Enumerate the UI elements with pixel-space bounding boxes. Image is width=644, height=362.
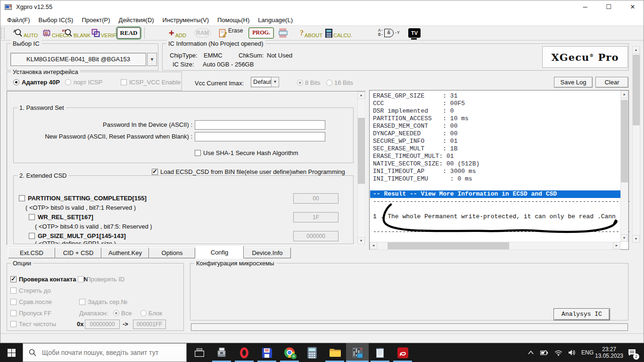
password-device-input[interactable]: [195, 120, 325, 130]
tray-battery-button[interactable]: [537, 343, 552, 362]
tab-config[interactable]: Config: [195, 246, 244, 259]
pin-check-checkbox[interactable]: [10, 276, 17, 282]
range-block-radio[interactable]: [140, 310, 147, 316]
menu-language[interactable]: Language(L): [254, 15, 297, 25]
purity-test-checkbox[interactable]: [10, 321, 17, 327]
bits16-radio[interactable]: [326, 80, 332, 86]
taskbar-app-calculator[interactable]: [301, 343, 323, 362]
ram-button[interactable]: RAM: [194, 26, 211, 40]
compare-after-checkbox[interactable]: [10, 299, 17, 305]
menu-tools[interactable]: Инструменты(V): [158, 15, 213, 25]
left-scroll-down-icon[interactable]: ▼: [357, 237, 365, 245]
taskbar-app-explorer[interactable]: [323, 343, 346, 362]
menu-help[interactable]: Помощь(H): [213, 15, 254, 25]
search-input[interactable]: [41, 348, 180, 357]
menu-file[interactable]: Файл(F): [3, 15, 34, 25]
menu-select-ic[interactable]: Выбор IC(S): [34, 15, 78, 25]
set-serial-checkbox[interactable]: [79, 299, 85, 305]
tray-chevron-button[interactable]: [524, 343, 537, 362]
vcc-imax-select[interactable]: Default: [251, 77, 272, 87]
addr-from-input[interactable]: 00000000: [85, 320, 120, 329]
ecsd-item0-value[interactable]: 00: [293, 193, 339, 204]
ic-select-combobox[interactable]: KLM8G1GEME-B041_8Bit @BGA153: [10, 53, 146, 66]
ecsd-item1-checkbox[interactable]: [29, 214, 35, 220]
tv-button[interactable]: TV: [408, 26, 421, 40]
auto-button[interactable]: A AUTO: [13, 26, 38, 40]
add-button[interactable]: + ADD: [169, 26, 186, 40]
tab-cid-csd[interactable]: CID + CSD: [55, 247, 101, 258]
skip-ff-checkbox[interactable]: [10, 310, 17, 316]
log-scroll-left-icon[interactable]: ◄: [370, 242, 377, 249]
start-button[interactable]: [0, 343, 23, 362]
about-button[interactable]: ? ABOUT: [300, 26, 322, 40]
blank-button[interactable]: FF BLANK: [62, 26, 91, 40]
icsp-chip-button[interactable]: [278, 26, 289, 40]
ecsd-item0-checkbox[interactable]: [19, 195, 25, 201]
ecsd-item2-value[interactable]: 000000: [293, 231, 339, 241]
adapter-40p-radio[interactable]: [13, 79, 19, 85]
load-ecsd-checkbox[interactable]: [152, 169, 158, 175]
taskbar-app-acrobat[interactable]: [391, 343, 414, 362]
tray-wifi-button[interactable]: [552, 343, 565, 362]
ic-select-dropdown-button[interactable]: ▼: [147, 53, 157, 66]
logic-gate-button[interactable]: A-B- & -Y: [378, 26, 400, 40]
addr-to-input[interactable]: 000001FF: [133, 320, 166, 329]
icsp-vcc-checkbox[interactable]: [121, 79, 127, 85]
menu-project[interactable]: Проект(P): [77, 15, 114, 25]
range-all-radio[interactable]: [113, 310, 119, 316]
erase-to-checkbox[interactable]: [10, 288, 17, 294]
read-button[interactable]: READ: [117, 26, 140, 40]
app-icon[interactable]: [5, 4, 12, 10]
log-scroll-up-icon[interactable]: ▲: [620, 90, 628, 98]
action-center-button[interactable]: 2: [624, 343, 640, 362]
tab-authent-key[interactable]: Authent.Key: [101, 247, 149, 258]
result-selected-row[interactable]: -- Result -- View More Information in EC…: [370, 190, 620, 198]
minimize-button[interactable]: ─: [574, 0, 596, 14]
log-vscrollbar-thumb[interactable]: [621, 100, 628, 182]
left-scroll-up-icon[interactable]: ▲: [357, 91, 365, 99]
verify-button[interactable]: VERIFY: [91, 26, 120, 40]
save-log-button[interactable]: Save Log: [554, 77, 593, 88]
taskbar-app-floppy[interactable]: [256, 343, 278, 362]
bits8-radio[interactable]: [297, 80, 303, 86]
prog-button[interactable]: PROG.: [248, 26, 274, 40]
ecsd-item2-checkbox[interactable]: [29, 233, 35, 239]
log-scroll-down-icon[interactable]: ▼: [620, 234, 628, 242]
log-scroll-right-icon[interactable]: ►: [613, 242, 620, 249]
title-bar: Xgpro v12.55 ─ ☐ ✕: [0, 0, 644, 15]
vcc-imax-dropdown-button[interactable]: ▼: [271, 77, 279, 87]
tray-language-button[interactable]: ENG: [579, 343, 596, 362]
analyze-ic-button[interactable]: Analysys IC: [553, 308, 610, 321]
ecsd-item1-value[interactable]: 1F: [293, 212, 339, 222]
close-button[interactable]: ✕: [621, 0, 644, 14]
taskbar-search[interactable]: [23, 343, 187, 362]
page-scroll-up-icon[interactable]: ▲: [632, 46, 640, 54]
page-vscrollbar-thumb[interactable]: [633, 55, 640, 125]
page-scroll-down-icon[interactable]: ▼: [632, 235, 640, 243]
tab-ext-csd[interactable]: Ext.CSD: [8, 247, 55, 258]
tray-clock[interactable]: 23:27 13.05.2023: [596, 343, 622, 362]
taskbar-app-opera[interactable]: [233, 343, 256, 362]
tab-options[interactable]: Options: [149, 247, 195, 258]
icsp-port-radio[interactable]: [65, 79, 71, 85]
taskbar-app-notepad[interactable]: [369, 343, 391, 362]
range-block-label: Блок: [149, 310, 162, 317]
acrobat-icon: [397, 347, 408, 358]
tab-device-info[interactable]: Device.Info: [244, 247, 291, 258]
taskbar-app-chrome[interactable]: Б: [278, 343, 301, 362]
check-id-checkbox[interactable]: [78, 276, 84, 282]
log-hscrollbar-thumb[interactable]: [388, 242, 509, 249]
clear-button[interactable]: Clear: [595, 77, 628, 88]
calcu-button[interactable]: CALCU.: [325, 26, 352, 40]
menu-actions[interactable]: Действия(D): [115, 15, 158, 25]
tray-volume-button[interactable]: [565, 343, 579, 362]
log-line: PARTITION_ACCESS : 10 ms: [373, 115, 469, 123]
sha1-checkbox[interactable]: [195, 150, 201, 156]
maximize-button[interactable]: ☐: [598, 0, 619, 14]
left-scrollbar-thumb[interactable]: [358, 118, 365, 184]
task-view-button[interactable]: [189, 343, 210, 362]
password-new-input[interactable]: [195, 132, 325, 141]
erase-button[interactable]: Erase: [219, 26, 243, 40]
taskbar-app-programmer[interactable]: [210, 343, 233, 362]
taskbar-app-xgpro-active[interactable]: [346, 343, 369, 362]
